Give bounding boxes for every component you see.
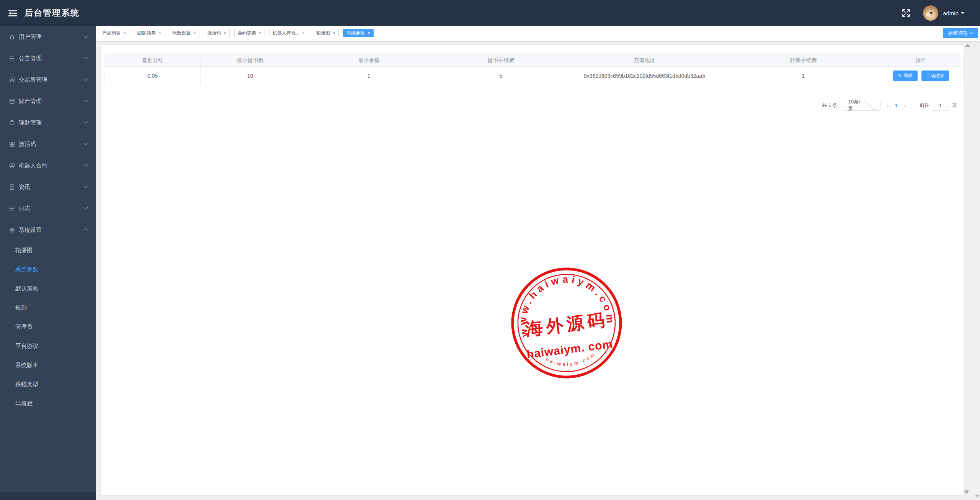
tab-label: 轮播图 xyxy=(316,30,330,36)
chevron-down-icon xyxy=(83,77,88,81)
scroll-up-arrow[interactable] xyxy=(965,44,970,47)
user-avatar[interactable] xyxy=(923,5,938,21)
column-header: 最小提币数 xyxy=(201,55,300,67)
sidebar-item-label: 机器人合约 xyxy=(19,162,84,169)
easel-icon xyxy=(9,162,15,169)
pencil-icon: ✎ xyxy=(898,73,902,79)
sidebar-item-home[interactable]: 用户管理 xyxy=(0,26,96,48)
sidebar-subitem[interactable]: 系统版本 xyxy=(0,356,96,375)
tab-label: 系统参数 xyxy=(346,30,365,36)
hamburger-icon[interactable] xyxy=(8,10,17,16)
chevron-down-icon xyxy=(83,141,88,145)
pagination-total: 共 1 条 xyxy=(822,102,837,109)
sidebar-item-coins[interactable]: 财产管理 xyxy=(0,90,96,112)
home-icon xyxy=(9,34,15,40)
sidebar-item-grid[interactable]: 激活码 xyxy=(0,133,96,155)
sidebar-item-easel[interactable]: 交易所管理 xyxy=(0,69,96,90)
sidebar-item-label: 激活码 xyxy=(19,141,84,148)
manual-settle-button[interactable]: 手动结算 xyxy=(921,70,949,81)
app-title: 后台管理系统 xyxy=(24,7,80,19)
handbag-icon xyxy=(9,120,15,126)
tag-tab[interactable]: 产品列表 × xyxy=(99,29,129,37)
goto-page-input[interactable] xyxy=(932,100,949,111)
list-icon xyxy=(9,55,15,62)
edit-button[interactable]: ✎编辑 xyxy=(893,70,917,81)
page-number-1[interactable]: 1 xyxy=(895,103,898,108)
tag-options-button[interactable]: 标签选项 xyxy=(943,28,978,38)
sidebar-item-gear[interactable]: 系统设置 xyxy=(0,219,96,241)
column-header: 直推分红 xyxy=(105,55,201,67)
tab-close-icon[interactable]: × xyxy=(123,31,126,35)
chevron-down-icon xyxy=(83,228,88,233)
tab-label: 激活码 xyxy=(207,30,221,36)
sidebar-subitem[interactable]: 默认策略 xyxy=(0,279,96,298)
scroll-down-arrow[interactable] xyxy=(964,490,969,494)
tab-label: 代数设置 xyxy=(172,30,191,36)
easel-icon xyxy=(9,77,15,83)
page-unit-label: 页 xyxy=(952,102,957,109)
sidebar-item-list[interactable]: 公告管理 xyxy=(0,48,96,69)
sidebar-subitem[interactable]: 轮播图 xyxy=(0,241,96,260)
system-params-table: 直推分红最小提币数最小余额提币手续费充值地址转账手续费操作 0.0510150x… xyxy=(105,54,960,85)
tab-close-icon[interactable]: × xyxy=(158,31,161,35)
page-size-select[interactable]: 10条/页 xyxy=(843,100,881,111)
tag-tab[interactable]: 代数设置 × xyxy=(169,29,199,37)
sidebar-menu: 用户管理 公告管理 交易所管理 财产管理 理财管理 激活码 机器人合约 资讯 xyxy=(0,26,96,241)
sidebar-item-label: 理财管理 xyxy=(19,119,84,126)
chevron-down-icon xyxy=(970,30,974,34)
username[interactable]: admin xyxy=(943,10,959,16)
tag-tab[interactable]: 机器人持仓... × xyxy=(269,29,308,37)
sidebar-subitem[interactable]: 管理员 xyxy=(0,317,96,336)
sidebar-item-handbag[interactable]: 理财管理 xyxy=(0,112,96,133)
doc-icon xyxy=(9,184,15,190)
sidebar-subitem[interactable]: 平台协议 xyxy=(0,336,96,356)
tag-tab[interactable]: 合约交易 × xyxy=(234,29,265,37)
table-cell: 5 xyxy=(438,67,564,85)
page-size-value: 10条/页 xyxy=(848,98,863,112)
user-menu-caret-icon[interactable] xyxy=(961,12,965,14)
window-scroll-down-arrow[interactable] xyxy=(975,495,980,498)
tab-label: 合约交易 xyxy=(238,30,256,36)
column-header: 最小余额 xyxy=(300,55,438,67)
table-cell: 0x962d603c659b162c202fd55d663f1d5d0db32a… xyxy=(564,67,725,85)
tab-label: 团队领导 xyxy=(137,30,155,36)
tag-options-label: 标签选项 xyxy=(948,30,968,37)
gear-icon xyxy=(9,227,15,233)
tag-tab[interactable]: 团队领导 × xyxy=(134,29,164,37)
tab-close-icon[interactable]: × xyxy=(302,31,305,35)
next-page-button[interactable]: › xyxy=(904,102,906,109)
goto-label: 前往 xyxy=(920,102,929,109)
sidebar-subitem[interactable]: 导航栏 xyxy=(0,394,96,413)
tag-tab[interactable]: 轮播图 × xyxy=(313,29,339,37)
tabs-container: 产品列表 × 团队领导 × 代数设置 × 激活码 × 合约交易 × 机器人持仓.… xyxy=(99,29,376,36)
sidebar-item-label: 交易所管理 xyxy=(19,76,84,84)
sidebar-subitem-active[interactable]: 系统参数 xyxy=(0,260,96,279)
sidebar-item-list[interactable]: 日志 xyxy=(0,198,96,219)
sidebar-item-label: 用户管理 xyxy=(19,33,84,41)
tab-close-icon[interactable]: × xyxy=(193,31,196,35)
prev-page-button[interactable]: ‹ xyxy=(887,102,889,109)
fullscreen-icon[interactable] xyxy=(902,8,911,18)
tab-close-icon[interactable]: × xyxy=(333,31,335,35)
chevron-down-icon xyxy=(83,55,88,59)
table-cell: 1 xyxy=(300,67,438,85)
tab-label: 机器人持仓... xyxy=(273,30,299,36)
grid-icon xyxy=(9,141,15,148)
sidebar-item-doc[interactable]: 资讯 xyxy=(0,176,96,198)
tab-close-icon[interactable]: × xyxy=(224,31,226,35)
tab-close-icon[interactable]: × xyxy=(368,31,370,35)
table-cell: 1 xyxy=(725,67,882,85)
main-content: 直推分红最小提币数最小余额提币手续费充值地址转账手续费操作 0.0510150x… xyxy=(96,41,980,500)
tab-close-icon[interactable]: × xyxy=(259,31,261,35)
sidebar-item-easel[interactable]: 机器人合约 xyxy=(0,155,96,176)
table-header-row: 直推分红最小提币数最小余额提币手续费充值地址转账手续费操作 xyxy=(105,55,960,67)
tab-label: 产品列表 xyxy=(102,30,121,36)
tag-tab[interactable]: 系统参数 × xyxy=(343,29,374,37)
tag-tab[interactable]: 激活码 × xyxy=(204,29,230,37)
tags-view-bar: 产品列表 × 团队领导 × 代数设置 × 激活码 × 合约交易 × 机器人持仓.… xyxy=(96,26,980,41)
content-card: 直推分红最小提币数最小余额提币手续费充值地址转账手续费操作 0.0510150x… xyxy=(101,45,964,495)
chevron-down-icon xyxy=(83,162,88,167)
sidebar-subitem[interactable]: 跌幅类型 xyxy=(0,375,96,394)
sidebar-subitem[interactable]: 规则 xyxy=(0,298,96,317)
sidebar-footer xyxy=(0,492,96,500)
